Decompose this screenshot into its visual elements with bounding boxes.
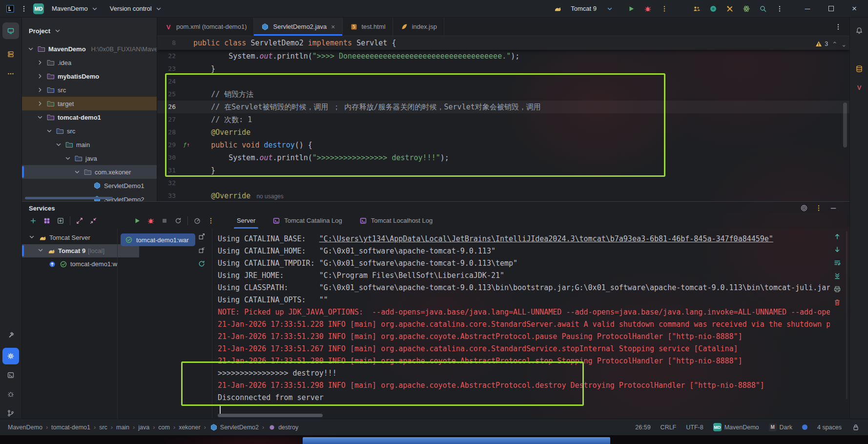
caret-position[interactable]: 26:59 <box>635 424 650 431</box>
tree-chevron-icon[interactable] <box>36 113 44 121</box>
tree-chevron-icon[interactable] <box>37 246 44 255</box>
code-line-28[interactable]: 28 @Override <box>157 126 849 139</box>
vcs-widget[interactable]: Version control <box>107 2 166 15</box>
tab-test-html[interactable]: 5test.html <box>343 18 393 36</box>
tab-pom-xml--tomcat-demo1-[interactable]: Vpom.xml (tomcat-demo1) <box>157 18 254 36</box>
notifications-button[interactable] <box>852 23 867 38</box>
run-config-name[interactable]: Tomcat 9 <box>571 5 597 12</box>
deploy-icon[interactable] <box>197 232 206 241</box>
close-button[interactable]: × <box>847 4 861 14</box>
undeploy-icon[interactable] <box>197 246 206 254</box>
scroll-up-icon[interactable] <box>833 232 842 241</box>
debug-button[interactable] <box>643 4 652 13</box>
maximize-button[interactable] <box>824 4 838 13</box>
hide-panel-icon[interactable] <box>829 204 838 212</box>
code-line-22[interactable]: 22 System.out.println(">>>> Doneeeeeeeee… <box>157 50 849 63</box>
tree-item-src[interactable]: src <box>22 124 157 138</box>
services-rerun-icon[interactable] <box>174 216 183 225</box>
breadcrumb-item-destroy[interactable]: destroy <box>268 423 298 432</box>
code-line-31[interactable]: 31 } <box>157 164 849 177</box>
more-icon[interactable] <box>775 4 784 13</box>
tree-chevron-icon[interactable] <box>36 86 44 94</box>
toolbar-more-icon[interactable] <box>207 216 215 225</box>
add-view-icon[interactable] <box>56 216 65 225</box>
minimize-button[interactable]: ─ <box>801 4 814 13</box>
tree-chevron-icon[interactable] <box>36 72 44 80</box>
avatar[interactable] <box>709 4 718 13</box>
breadcrumb-item-main[interactable]: main <box>116 424 129 431</box>
tab-options-icon[interactable] <box>834 22 843 31</box>
tree-chevron-icon[interactable] <box>36 100 44 107</box>
breadcrumb-item-servletdemo2[interactable]: ServletDemo2 <box>209 423 259 432</box>
tree-chevron-icon[interactable] <box>55 141 62 148</box>
services-options-icon[interactable] <box>814 204 823 212</box>
code-line-33[interactable]: 33 @Overrideno usages <box>157 190 849 201</box>
breadcrumb-item-tomcat-demo1[interactable]: tomcat-demo1 <box>51 424 90 431</box>
profiler-icon[interactable] <box>193 216 202 225</box>
debugger-tool-button[interactable] <box>2 386 19 402</box>
main-menu-icon[interactable] <box>20 4 28 13</box>
plugin-atom-icon[interactable] <box>742 4 751 13</box>
clear-console-icon[interactable] <box>833 298 842 307</box>
code-line-32[interactable]: 32 <box>157 177 849 190</box>
breadcrumb-item-mavendemo[interactable]: MavenDemo <box>8 424 42 431</box>
code-line-26[interactable]: 26 // 在Servlet被销毁的时候，调用 ； 内存释放/服务器关闭的时候，… <box>157 101 849 113</box>
intellij-logo-icon[interactable] <box>6 4 15 13</box>
chevron-down-icon[interactable] <box>605 4 614 13</box>
tree-chevron-icon[interactable] <box>64 154 72 162</box>
scroll-down-icon[interactable] <box>833 245 842 254</box>
tab-index-jsp[interactable]: index.jsp <box>393 18 444 36</box>
code-editor[interactable]: 22 System.out.println(">>>> Doneeeeeeeee… <box>157 36 849 201</box>
tree-item-servletdemo1[interactable]: ServletDemo1 <box>22 179 157 192</box>
services-debug-icon[interactable] <box>146 216 155 225</box>
tree-item-tomcat-demo1[interactable]: tomcat-demo1 <box>22 110 157 124</box>
print-icon[interactable] <box>833 285 842 294</box>
services-tab-tomcat-localhost-log[interactable]: Tomcat Localhost Log <box>359 212 433 229</box>
tree-item-main[interactable]: main <box>22 138 157 151</box>
tree-chevron-icon[interactable] <box>27 45 35 53</box>
project-panel-header[interactable]: Project <box>22 18 157 38</box>
code-line-29[interactable]: 29ƒ↑ public void destroy() { <box>157 139 849 151</box>
code-line-24[interactable]: 24 <box>157 75 849 88</box>
tab-servletdemo2-java[interactable]: ServletDemo2.java× <box>254 18 342 36</box>
terminal-tool-button[interactable] <box>2 367 19 383</box>
maven-tool-button[interactable]: V <box>852 80 867 95</box>
project-selector[interactable]: MavenDemo <box>49 2 102 15</box>
tree-chevron-icon[interactable] <box>45 127 53 135</box>
tree-item-src[interactable]: src <box>22 83 157 97</box>
code-line-23[interactable]: 23 } <box>157 63 849 75</box>
console-hscrollbar[interactable] <box>218 414 323 417</box>
project-tool-button[interactable] <box>2 22 19 39</box>
tree-item-mybatisdemo[interactable]: mybatisDemo <box>22 69 157 83</box>
database-tool-button[interactable] <box>852 62 867 76</box>
scroll-to-end-icon[interactable] <box>833 272 842 280</box>
more-tools-button[interactable] <box>2 65 19 82</box>
close-tab-icon[interactable]: × <box>331 23 335 31</box>
add-service-icon[interactable] <box>29 216 38 225</box>
service-node-tomcat-9[interactable]: Tomcat 9 [local] <box>22 244 139 257</box>
breadcrumb-item-com[interactable]: com <box>158 424 170 431</box>
breadcrumb-item-xekoner[interactable]: xekoner <box>179 424 200 431</box>
inspections-widget[interactable]: 3 ⌃ ⌃ <box>802 39 848 49</box>
expand-all-icon[interactable] <box>75 216 84 225</box>
line-separator[interactable]: CRLF <box>661 424 677 431</box>
services-run-icon[interactable] <box>133 216 142 225</box>
code-line-25[interactable]: 25 // 销毁方法 <box>157 88 849 101</box>
console-vscrollbar[interactable] <box>846 231 847 399</box>
services-tab-server[interactable]: Server <box>237 212 255 229</box>
tree-item-target[interactable]: target <box>22 97 157 110</box>
collapse-all-icon[interactable] <box>89 216 98 225</box>
theme-widget[interactable]: M Dark <box>769 423 792 431</box>
status-indicator-dot[interactable] <box>802 424 807 430</box>
tree-item-java[interactable]: java <box>22 151 157 165</box>
run-more-icon[interactable] <box>660 4 669 13</box>
console-output[interactable]: Using CATALINA_BASE: "C:\Users\yt134\App… <box>218 233 830 405</box>
services-tool-button[interactable] <box>2 348 19 364</box>
services-tab-tomcat-catalina-log[interactable]: Tomcat Catalina Log <box>272 212 342 229</box>
search-icon[interactable] <box>759 4 767 13</box>
tools-icon[interactable] <box>725 4 734 13</box>
project-hscrollbar[interactable] <box>25 197 113 199</box>
code-line-8[interactable]: 8public class ServletDemo2 implements Se… <box>157 36 849 50</box>
services-stop-icon[interactable] <box>160 216 169 225</box>
breadcrumb-item-src[interactable]: src <box>99 424 107 431</box>
